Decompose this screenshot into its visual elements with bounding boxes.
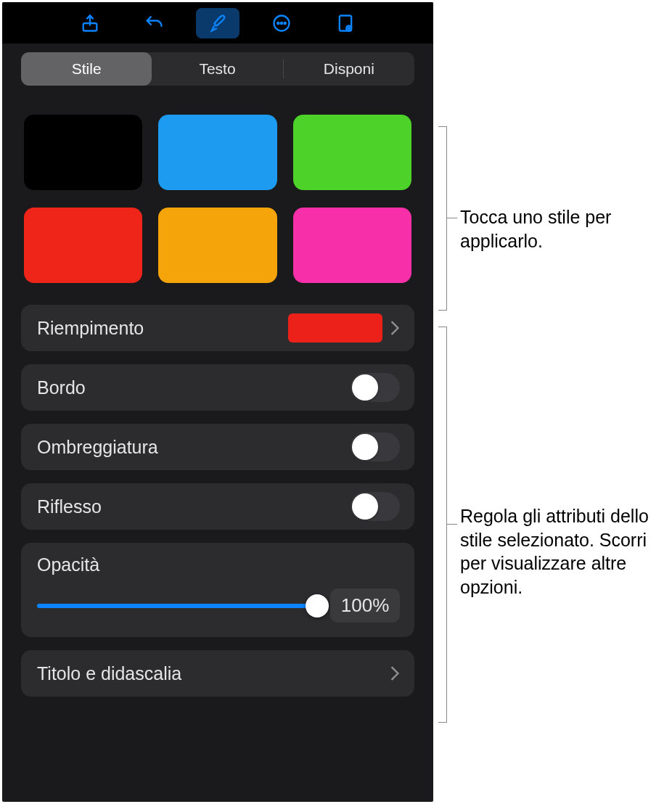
opacity-value[interactable]: 100% bbox=[330, 588, 400, 623]
fill-label: Riempimento bbox=[37, 318, 288, 339]
svg-point-7 bbox=[348, 27, 350, 28]
toggle-knob bbox=[352, 493, 378, 520]
format-tabs: Stile Testo Disponi bbox=[21, 52, 414, 86]
svg-point-4 bbox=[284, 22, 286, 23]
opacity-label: Opacità bbox=[37, 554, 400, 575]
format-brush-button[interactable] bbox=[196, 8, 239, 38]
style-swatch[interactable] bbox=[24, 208, 142, 283]
callout-text: Tocca uno stile per applicarlo. bbox=[460, 205, 671, 253]
style-options: Riempimento Bordo Ombreggiatura Riflesso… bbox=[2, 292, 433, 697]
callout-text: Regola gli attributi dello stile selezio… bbox=[460, 504, 671, 599]
callout-tick bbox=[447, 524, 457, 525]
svg-point-3 bbox=[281, 22, 282, 23]
fill-row[interactable]: Riempimento bbox=[21, 305, 414, 351]
tab-text[interactable]: Testo bbox=[152, 52, 282, 86]
segmented-control-container: Stile Testo Disponi bbox=[2, 44, 433, 86]
reflection-row[interactable]: Riflesso bbox=[21, 483, 414, 530]
border-toggle[interactable] bbox=[351, 373, 400, 402]
opacity-slider-line: 100% bbox=[37, 588, 400, 623]
format-panel: Stile Testo Disponi Riempimento Bordo Om… bbox=[2, 2, 433, 802]
callout-tick bbox=[447, 218, 457, 218]
callout-bracket bbox=[438, 126, 447, 311]
more-button[interactable] bbox=[260, 8, 303, 38]
title-caption-label: Titolo e didascalia bbox=[37, 663, 390, 684]
shadow-label: Ombreggiatura bbox=[37, 437, 351, 458]
toggle-knob bbox=[352, 374, 378, 401]
reflection-label: Riflesso bbox=[37, 496, 351, 517]
toggle-knob bbox=[352, 434, 378, 460]
tab-style[interactable]: Stile bbox=[21, 52, 152, 86]
shadow-toggle[interactable] bbox=[351, 432, 400, 462]
chevron-right-icon bbox=[390, 320, 400, 336]
style-swatch[interactable] bbox=[158, 115, 276, 190]
style-swatch[interactable] bbox=[293, 208, 411, 283]
reflection-toggle[interactable] bbox=[351, 492, 400, 521]
share-button[interactable] bbox=[68, 8, 112, 38]
chevron-right-icon bbox=[390, 665, 400, 681]
shadow-row[interactable]: Ombreggiatura bbox=[21, 424, 414, 470]
slider-knob[interactable] bbox=[306, 594, 329, 618]
tab-arrange[interactable]: Disponi bbox=[284, 52, 414, 86]
style-swatch[interactable] bbox=[24, 115, 142, 190]
callout-bracket bbox=[438, 327, 447, 723]
top-toolbar bbox=[2, 2, 433, 44]
svg-point-2 bbox=[277, 22, 279, 23]
border-row[interactable]: Bordo bbox=[21, 364, 414, 411]
fill-color-swatch bbox=[288, 313, 382, 342]
style-swatches-grid bbox=[2, 86, 433, 292]
border-label: Bordo bbox=[37, 377, 351, 398]
undo-button[interactable] bbox=[132, 8, 176, 38]
opacity-row: Opacità 100% bbox=[21, 543, 414, 637]
style-swatch[interactable] bbox=[158, 208, 276, 283]
document-settings-button[interactable] bbox=[324, 8, 367, 38]
opacity-slider[interactable] bbox=[37, 604, 317, 608]
title-caption-row[interactable]: Titolo e didascalia bbox=[21, 650, 414, 697]
style-swatch[interactable] bbox=[293, 115, 411, 190]
